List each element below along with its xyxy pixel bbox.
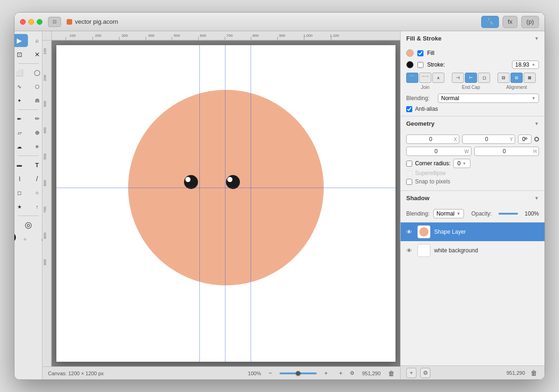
corner-radius-value[interactable]: 0 ▼ [453, 159, 470, 168]
bezier-tool[interactable]: ⌇ [14, 172, 28, 185]
geo-w-label: W [464, 149, 469, 154]
svg-text:700: 700 [43, 206, 47, 213]
settings-icon[interactable]: ⚙ [350, 370, 354, 376]
delete-layer-button[interactable]: 🗑 [529, 368, 539, 378]
fill-checkbox[interactable] [417, 50, 423, 56]
canvas-main[interactable] [52, 41, 400, 366]
geo-w[interactable]: 0 W [406, 147, 471, 156]
shadow-title: Shadow [406, 195, 429, 202]
minimize-button[interactable] [28, 19, 34, 25]
guide-vertical-2 [225, 45, 225, 362]
stroke-color-swatch[interactable] [406, 61, 414, 68]
geo-y-val: 0 [464, 136, 509, 142]
effects-button[interactable]: fx [503, 16, 518, 28]
geo-rotation[interactable]: 0º [518, 135, 532, 144]
svg-text:600: 600 [200, 34, 206, 38]
endcap-buttons: ⊣ ⊢ ◻ [452, 73, 490, 83]
fill-color-swatch[interactable] [406, 49, 414, 57]
join-btn-1[interactable]: ⌒ [406, 73, 418, 83]
zoom-in-icon[interactable]: + [324, 370, 328, 377]
geo-x[interactable]: 0 X [406, 135, 459, 144]
blending-dropdown-icon: ▼ [532, 96, 536, 101]
shadow-blending-select[interactable]: Normal ▼ [433, 209, 464, 218]
plugin-button[interactable]: (p) [521, 16, 539, 28]
align-btn-2[interactable]: ⊞ [511, 73, 523, 83]
close-button[interactable] [20, 19, 26, 25]
fill-stroke-header[interactable]: Fill & Stroke ▼ [401, 31, 545, 46]
geometry-header[interactable]: Geometry ▼ [401, 116, 545, 131]
join-btn-2[interactable]: ⌒⌒ [419, 73, 431, 83]
stroke-checkbox[interactable] [417, 62, 423, 68]
status-bar: Canvas: 1200 × 1200 px 100% − + + ⚙ 951,… [42, 366, 400, 379]
zoom-out-icon[interactable]: − [268, 370, 272, 377]
eraser-tool[interactable]: ▱ [14, 126, 28, 139]
svg-text:400: 400 [43, 127, 47, 134]
stroke-label: Stroke: [427, 61, 445, 68]
join-endcap-row: ⌒ ⌒⌒ ∧ Join ⊣ ⊢ ◻ [406, 73, 539, 90]
star-tool[interactable]: ★ [14, 200, 28, 213]
traffic-lights [20, 19, 42, 25]
trash-icon[interactable]: 🗑 [388, 370, 395, 377]
snap-label: Snap to pixels [415, 178, 450, 185]
svg-text:800: 800 [252, 34, 259, 38]
align-btn-1[interactable]: ⊟ [498, 73, 510, 83]
layer-item-shape[interactable]: 👁 Shape Layer [401, 223, 545, 241]
svg-text:1,000: 1,000 [303, 34, 313, 38]
fill-stroke-collapse-icon: ▼ [534, 36, 539, 41]
geo-y[interactable]: 0 Y [462, 135, 515, 144]
rect-outline-tool[interactable]: ◻ [14, 186, 28, 199]
add-icon[interactable]: + [339, 370, 343, 377]
layer-visibility-eye-shape[interactable]: 👁 [406, 229, 414, 236]
rotation-handle[interactable] [534, 137, 539, 142]
align-btn-3[interactable]: ⊠ [524, 73, 536, 83]
zoom-slider[interactable] [280, 372, 317, 374]
layer-thumb-pig [419, 227, 429, 237]
blending-select[interactable]: Normal ▼ [438, 94, 539, 103]
shadow-section: Shadow ▼ Blending: Normal ▼ Opacity: 100… [401, 191, 545, 223]
layer-visibility-eye-bg[interactable]: 👁 [406, 247, 414, 254]
maximize-button[interactable] [37, 19, 42, 25]
fill-stroke-section: Fill & Stroke ▼ Fill Stroke: [401, 31, 545, 116]
donut-tool[interactable]: ◎ [20, 218, 37, 231]
svg-text:200: 200 [95, 34, 102, 38]
superellipse-checkbox[interactable] [406, 170, 412, 176]
geo-x-val: 0 [409, 136, 453, 142]
rect-select-tool[interactable]: ⬜ [14, 66, 28, 79]
layer-name-bg: white background [434, 247, 478, 254]
separator-2 [18, 109, 39, 110]
opacity-slider[interactable] [498, 213, 518, 215]
antialias-checkbox[interactable] [406, 106, 412, 112]
geo-h[interactable]: 0 H [474, 147, 539, 156]
endcap-btn-1[interactable]: ⊣ [452, 73, 464, 83]
stroke-value[interactable]: 18.93 ▼ [512, 61, 539, 69]
corner-radius-dropdown: ▼ [463, 162, 466, 166]
antialias-label: Anti-alias [415, 106, 438, 112]
background-color[interactable]: ○ [17, 232, 34, 245]
sidebar-toggle[interactable]: ⊡ [48, 17, 61, 27]
endcap-btn-3[interactable]: ◻ [478, 73, 490, 83]
layer-item-background[interactable]: 👁 white background [401, 241, 545, 260]
magic-wand-tool[interactable]: ✦ [14, 94, 28, 107]
endcap-btn-2[interactable]: ⊢ [465, 73, 477, 83]
pen-tool[interactable]: ✒ [14, 112, 28, 125]
shadow-header[interactable]: Shadow ▼ [401, 191, 545, 205]
separator-1 [18, 63, 39, 64]
rect-shape-tool[interactable]: ▬ [14, 158, 28, 171]
settings-button[interactable]: ⚙ [420, 368, 430, 378]
endcap-group: ⊣ ⊢ ◻ End Cap [452, 73, 490, 90]
join-btn-3[interactable]: ∧ [432, 73, 444, 83]
geo-x-label: X [454, 137, 457, 142]
lasso-tool[interactable]: ∿ [14, 80, 28, 93]
layer-thumb-bg [417, 244, 430, 257]
add-layer-button[interactable]: + [406, 368, 416, 378]
tool-properties-button[interactable]: 🔧 [481, 16, 499, 28]
shape-cloud-tool[interactable]: ☁ [14, 140, 28, 153]
foreground-color[interactable]: ● [14, 232, 16, 243]
blending-value: Normal [441, 95, 459, 101]
pig-eye-left [184, 175, 198, 189]
geo-h-val: 0 [477, 148, 532, 155]
corner-radius-checkbox[interactable] [406, 161, 412, 167]
crop-tool[interactable]: ⊡ [14, 48, 28, 61]
snap-checkbox[interactable] [406, 179, 412, 185]
select-tool[interactable]: ▶ [14, 34, 28, 47]
